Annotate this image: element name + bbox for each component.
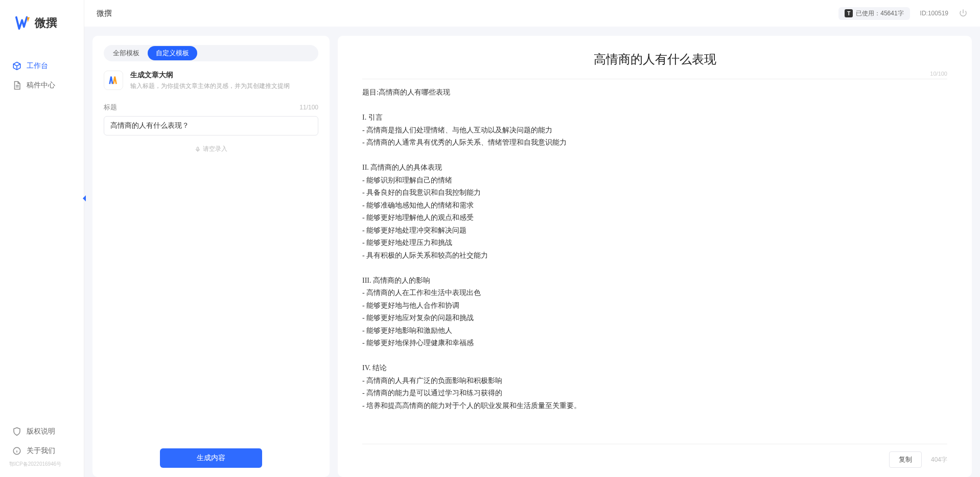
- mic-icon: [195, 146, 201, 152]
- output-body[interactable]: 题目:高情商的人有哪些表现 I. 引言 - 高情商是指人们处理情绪、与他人互动以…: [362, 86, 947, 437]
- sidebar-bottom: 版权说明 关于我们 鄂ICP备2022016946号: [0, 422, 84, 477]
- generate-button[interactable]: 生成内容: [160, 448, 262, 468]
- output-heading: 高情商的人有什么表现: [362, 51, 947, 67]
- usage-text: 已使用：45641字: [856, 9, 903, 18]
- template-desc: 输入标题，为你提供文章主体的灵感，并为其创建推文提纲: [130, 82, 290, 90]
- output-char-count: 404字: [931, 456, 947, 464]
- sidebar-item-workspace[interactable]: 工作台: [0, 56, 84, 76]
- sidebar: 微撰 工作台 稿件中心 版权说明: [0, 0, 84, 477]
- topbar-title: 微撰: [97, 9, 112, 18]
- template-card: 生成文章大纲 输入标题，为你提供文章主体的灵感，并为其创建推文提纲: [104, 71, 318, 90]
- sidebar-item-copyright[interactable]: 版权说明: [0, 422, 84, 441]
- tab-custom-templates[interactable]: 自定义模板: [148, 46, 197, 60]
- content-row: 全部模板 自定义模板 生成文章大纲 输入标题，为你提供文章主体的灵感，并为其创建…: [84, 27, 980, 477]
- icp-footer: 鄂ICP备2022016946号: [0, 461, 84, 472]
- voice-input-hint[interactable]: 请空录入: [104, 145, 318, 153]
- sidebar-item-label: 版权说明: [27, 427, 55, 436]
- sidebar-item-label: 关于我们: [27, 446, 55, 456]
- shield-icon: [12, 427, 21, 436]
- copy-button[interactable]: 复制: [889, 451, 922, 468]
- template-icon: [104, 71, 123, 90]
- title-label-row: 标题 11/100: [104, 103, 318, 112]
- sidebar-item-label: 稿件中心: [27, 81, 55, 90]
- template-tabs: 全部模板 自定义模板: [104, 45, 318, 61]
- sidebar-item-label: 工作台: [27, 61, 48, 71]
- title-label: 标题: [104, 103, 117, 112]
- user-id: ID:100519: [920, 10, 948, 17]
- topbar: 微撰 T 已使用：45641字 ID:100519: [84, 0, 980, 27]
- output-panel: 高情商的人有什么表现 10/100 题目:高情商的人有哪些表现 I. 引言 - …: [338, 36, 972, 477]
- title-counter: 11/100: [299, 104, 318, 111]
- tab-all-templates[interactable]: 全部模板: [105, 46, 148, 60]
- logo-mark-icon: [15, 15, 31, 31]
- document-icon: [12, 81, 21, 90]
- usage-pill[interactable]: T 已使用：45641字: [838, 7, 909, 20]
- info-icon: [12, 446, 21, 456]
- cube-icon: [12, 61, 21, 71]
- svg-rect-3: [197, 147, 199, 150]
- title-input[interactable]: [104, 116, 318, 135]
- main: 微撰 T 已使用：45641字 ID:100519 全部模板 自定义模板: [84, 0, 980, 477]
- logo: 微撰: [0, 0, 84, 41]
- template-title: 生成文章大纲: [130, 71, 290, 80]
- voice-hint-text: 请空录入: [203, 145, 227, 153]
- usage-badge: T: [845, 9, 853, 17]
- sidebar-item-about[interactable]: 关于我们: [0, 441, 84, 461]
- output-top-counter: 10/100: [362, 71, 947, 79]
- sidebar-item-drafts[interactable]: 稿件中心: [0, 76, 84, 95]
- sidebar-collapse-handle[interactable]: [81, 193, 88, 203]
- output-footer: 复制 404字: [362, 444, 947, 468]
- power-icon[interactable]: [959, 9, 968, 18]
- topbar-right: T 已使用：45641字 ID:100519: [838, 7, 968, 20]
- input-panel: 全部模板 自定义模板 生成文章大纲 输入标题，为你提供文章主体的灵感，并为其创建…: [92, 36, 330, 477]
- logo-text: 微撰: [35, 15, 57, 31]
- sidebar-nav: 工作台 稿件中心: [0, 56, 84, 422]
